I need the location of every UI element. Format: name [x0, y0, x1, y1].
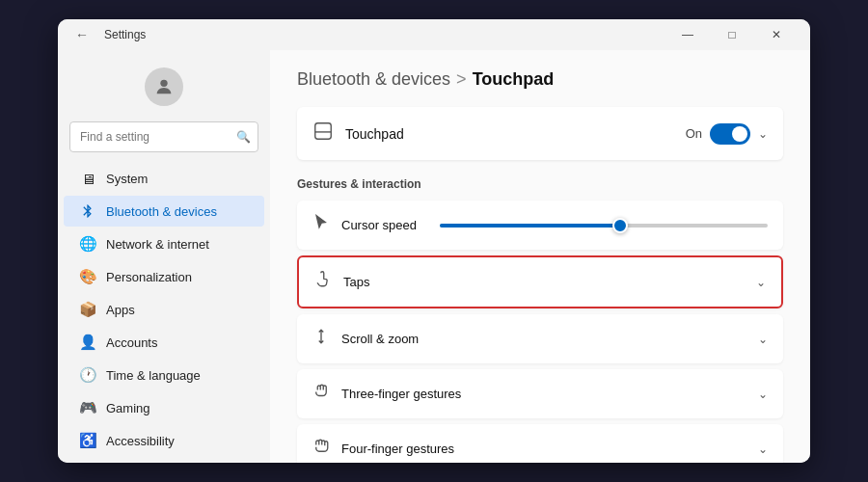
- window-body: 🔍 🖥 System Bluetooth & devices 🌐 Network…: [58, 50, 810, 463]
- title-bar: ← Settings — □ ✕: [58, 19, 810, 50]
- user-profile[interactable]: [58, 56, 270, 121]
- sidebar-item-label: Apps: [106, 303, 135, 317]
- cursor-icon: [312, 214, 330, 236]
- sidebar: 🔍 🖥 System Bluetooth & devices 🌐 Network…: [58, 50, 270, 463]
- scroll-zoom-label: Scroll & zoom: [341, 332, 746, 346]
- bluetooth-icon: [79, 202, 96, 220]
- three-finger-icon: [312, 383, 330, 405]
- sidebar-item-accessibility[interactable]: ♿ Accessibility: [64, 425, 264, 456]
- touchpad-chevron-icon[interactable]: ⌄: [758, 127, 768, 141]
- sidebar-item-personalization[interactable]: 🎨 Personalization: [64, 261, 264, 292]
- three-finger-label: Three-finger gestures: [341, 387, 746, 401]
- cursor-speed-label: Cursor speed: [341, 218, 428, 232]
- window-controls: — □ ✕: [665, 19, 799, 50]
- breadcrumb: Bluetooth & devices > Touchpad: [297, 69, 783, 90]
- sidebar-item-label: Accessibility: [106, 434, 175, 448]
- cursor-speed-slider[interactable]: [440, 224, 768, 228]
- sidebar-item-label: Bluetooth & devices: [106, 204, 217, 219]
- search-icon: 🔍: [236, 130, 251, 144]
- slider-fill: [440, 224, 620, 228]
- touchpad-icon: [312, 120, 334, 147]
- four-finger-row[interactable]: Four-finger gestures ⌄: [297, 424, 783, 463]
- sidebar-item-apps[interactable]: 📦 Apps: [64, 294, 264, 325]
- svg-rect-1: [315, 123, 332, 140]
- breadcrumb-current: Touchpad: [473, 69, 555, 90]
- time-icon: 🕐: [79, 366, 96, 384]
- taps-row[interactable]: Taps ⌄: [297, 255, 783, 308]
- touchpad-toggle-row[interactable]: Touchpad On ⌄: [297, 107, 783, 160]
- gaming-icon: 🎮: [79, 399, 96, 416]
- scroll-zoom-icon: [312, 328, 330, 350]
- settings-window: ← Settings — □ ✕ 🔍 🖥 System: [58, 19, 810, 463]
- sidebar-item-gaming[interactable]: 🎮 Gaming: [64, 392, 264, 423]
- avatar: [145, 67, 183, 106]
- touchpad-toggle[interactable]: [710, 123, 750, 145]
- personalization-icon: 🎨: [79, 268, 96, 285]
- accessibility-icon: ♿: [79, 432, 96, 449]
- window-title: Settings: [104, 28, 146, 41]
- taps-label: Taps: [343, 275, 745, 289]
- gestures-section-label: Gestures & interaction: [297, 177, 783, 191]
- svg-point-0: [160, 80, 167, 87]
- sidebar-item-label: Network & internet: [106, 237, 209, 252]
- network-icon: 🌐: [79, 235, 96, 253]
- taps-chevron-icon[interactable]: ⌄: [756, 276, 766, 289]
- slider-thumb: [612, 218, 628, 233]
- sidebar-item-label: Accounts: [106, 335, 157, 350]
- toggle-knob: [732, 126, 747, 142]
- cursor-speed-row: Cursor speed: [297, 201, 783, 250]
- touchpad-label: Touchpad: [345, 126, 674, 142]
- sidebar-item-network[interactable]: 🌐 Network & internet: [64, 228, 264, 259]
- taps-icon: [314, 271, 332, 293]
- apps-icon: 📦: [79, 301, 96, 318]
- toggle-label: On: [686, 126, 702, 141]
- back-button[interactable]: ←: [69, 25, 95, 44]
- three-finger-row[interactable]: Three-finger gestures ⌄: [297, 369, 783, 418]
- sidebar-item-label: Personalization: [106, 270, 192, 284]
- breadcrumb-parent[interactable]: Bluetooth & devices: [297, 69, 450, 90]
- system-icon: 🖥: [79, 170, 96, 187]
- sidebar-item-bluetooth[interactable]: Bluetooth & devices: [64, 196, 264, 227]
- three-finger-chevron-icon[interactable]: ⌄: [758, 388, 768, 401]
- sidebar-item-system[interactable]: 🖥 System: [64, 163, 264, 194]
- search-input[interactable]: [69, 121, 258, 152]
- main-content: Bluetooth & devices > Touchpad Touchpad …: [270, 50, 810, 463]
- sidebar-item-label: Time & language: [106, 368, 201, 383]
- scroll-zoom-chevron-icon[interactable]: ⌄: [758, 333, 768, 346]
- toggle-area: On ⌄: [686, 123, 768, 145]
- four-finger-icon: [312, 438, 330, 460]
- four-finger-chevron-icon[interactable]: ⌄: [758, 442, 768, 456]
- four-finger-label: Four-finger gestures: [341, 442, 746, 456]
- minimize-button[interactable]: —: [665, 19, 710, 50]
- sidebar-item-label: Gaming: [106, 401, 150, 415]
- sidebar-item-time[interactable]: 🕐 Time & language: [64, 360, 264, 390]
- close-button[interactable]: ✕: [754, 19, 799, 50]
- sidebar-item-privacy[interactable]: 🛡 Privacy & security: [64, 458, 264, 463]
- search-box: 🔍: [69, 121, 258, 152]
- maximize-button[interactable]: □: [710, 19, 754, 50]
- breadcrumb-separator: >: [456, 69, 467, 90]
- scroll-zoom-row[interactable]: Scroll & zoom ⌄: [297, 314, 783, 363]
- accounts-icon: 👤: [79, 334, 96, 351]
- sidebar-item-label: System: [106, 172, 148, 186]
- sidebar-item-accounts[interactable]: 👤 Accounts: [64, 327, 264, 358]
